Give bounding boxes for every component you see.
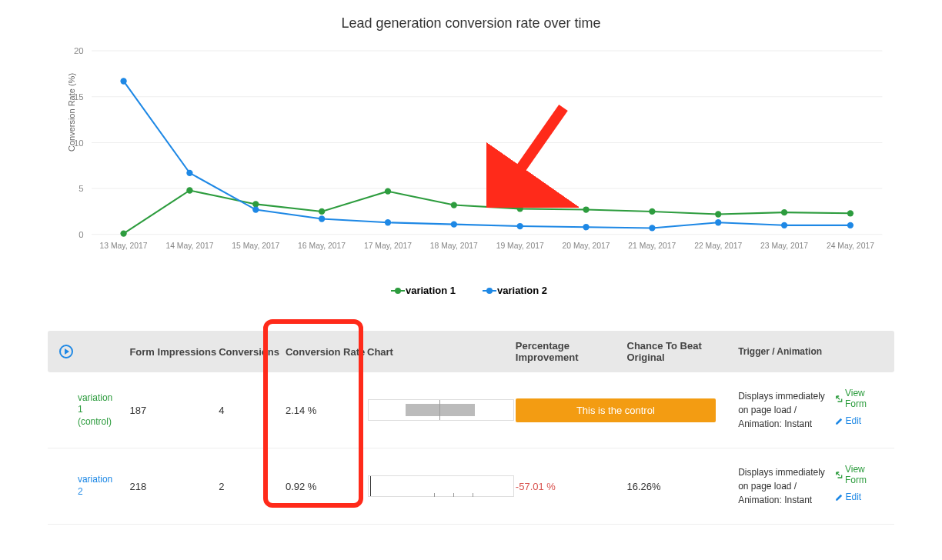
svg-point-37: [319, 215, 325, 222]
legend-label: variation 1: [406, 285, 456, 296]
svg-text:20 May, 2017: 20 May, 2017: [563, 242, 610, 250]
edit-link[interactable]: Edit: [835, 415, 887, 426]
mini-chart-cell: [367, 399, 516, 421]
rate-value: 0.92 %: [286, 481, 367, 492]
chance-header: Chance To Beat Original: [627, 340, 739, 363]
conversions-header: Conversions: [219, 346, 286, 358]
svg-text:18 May, 2017: 18 May, 2017: [430, 242, 478, 250]
chart-legend: variation 1 variation 2: [48, 285, 894, 296]
svg-text:19 May, 2017: 19 May, 2017: [496, 242, 544, 250]
actions-cell: View Form Edit: [835, 464, 887, 508]
svg-point-40: [517, 223, 523, 229]
svg-point-42: [649, 225, 655, 231]
play-column-header: [55, 345, 78, 358]
svg-text:23 May, 2017: 23 May, 2017: [760, 242, 808, 250]
improvement-value: -57.01 %: [516, 481, 627, 492]
impressions-value: 187: [129, 405, 219, 416]
svg-text:13 May, 2017: 13 May, 2017: [100, 242, 148, 250]
svg-point-27: [451, 202, 457, 208]
trigger-value: Displays immediately on page load / Anim…: [738, 465, 834, 507]
svg-point-38: [385, 219, 391, 225]
svg-text:17 May, 2017: 17 May, 2017: [364, 242, 412, 250]
trigger-value: Displays immediately on page load / Anim…: [738, 389, 834, 431]
legend-marker-blue-icon: [486, 288, 493, 294]
svg-point-29: [583, 206, 589, 212]
svg-text:24 May, 2017: 24 May, 2017: [827, 242, 874, 250]
external-link-icon: [835, 395, 843, 403]
view-form-link[interactable]: View Form: [835, 464, 887, 485]
conversions-value: 2: [219, 481, 286, 492]
improvement-header: Percentage Improvement: [516, 340, 627, 363]
svg-point-22: [120, 230, 126, 236]
svg-text:21 May, 2017: 21 May, 2017: [628, 242, 676, 250]
chart-header: Chart: [367, 346, 516, 358]
control-badge: This is the control: [516, 398, 716, 422]
chart-title: Lead generation conversion rate over tim…: [48, 15, 894, 32]
table-row: variation 2 218 2 0.92 % -57.01 % 16.26%…: [48, 448, 894, 525]
mini-chart-icon: [368, 475, 514, 497]
svg-point-23: [186, 187, 192, 193]
svg-point-45: [847, 222, 853, 228]
play-icon[interactable]: [59, 345, 73, 358]
svg-point-35: [186, 170, 192, 176]
svg-text:16 May, 2017: 16 May, 2017: [298, 242, 346, 250]
edit-link[interactable]: Edit: [835, 492, 887, 502]
line-chart: 0510152013 May, 201714 May, 201715 May, …: [48, 39, 894, 270]
svg-point-44: [781, 222, 787, 228]
svg-text:14 May, 2017: 14 May, 2017: [165, 242, 213, 250]
mini-chart-icon: [368, 399, 514, 421]
trigger-header: Trigger / Animation: [738, 345, 834, 358]
chance-value: 16.26%: [627, 481, 739, 492]
view-form-link[interactable]: View Form: [835, 388, 887, 409]
y-axis-label: Conversion Rate (%): [67, 73, 76, 152]
svg-point-43: [715, 219, 721, 225]
svg-point-31: [715, 211, 721, 217]
svg-text:0: 0: [78, 230, 83, 239]
svg-point-39: [451, 221, 457, 227]
svg-point-24: [252, 201, 259, 207]
chart-container: Lead generation conversion rate over tim…: [48, 15, 894, 292]
external-link-icon: [835, 471, 843, 479]
edit-icon: [835, 493, 843, 502]
legend-item-variation-2[interactable]: variation 2: [486, 285, 547, 296]
variation-name[interactable]: variation 1 (control): [78, 392, 130, 428]
impressions-value: 218: [129, 481, 219, 492]
svg-line-47: [509, 108, 563, 185]
svg-point-30: [649, 208, 655, 215]
legend-item-variation-1[interactable]: variation 1: [395, 285, 456, 296]
rate-value: 2.14 %: [286, 405, 367, 416]
svg-text:20: 20: [74, 46, 84, 55]
improvement-cell: This is the control: [516, 398, 738, 422]
rate-header: Conversion Rate: [286, 346, 367, 358]
svg-text:15 May, 2017: 15 May, 2017: [232, 242, 279, 250]
actions-cell: View Form Edit: [835, 388, 887, 432]
svg-point-34: [120, 78, 126, 84]
conversions-value: 4: [219, 405, 286, 416]
arrow-annotation-icon: [486, 100, 579, 208]
svg-point-41: [583, 224, 589, 230]
svg-point-25: [319, 208, 325, 215]
edit-icon: [835, 417, 843, 425]
table-header-row: Form Impressions Conversions Conversion …: [48, 331, 894, 372]
svg-point-26: [385, 188, 391, 195]
impressions-header: Form Impressions: [129, 346, 219, 358]
svg-point-33: [847, 210, 853, 216]
legend-marker-green-icon: [395, 288, 401, 294]
svg-text:22 May, 2017: 22 May, 2017: [694, 242, 742, 250]
table-row: variation 1 (control) 187 4 2.14 % This …: [48, 372, 894, 448]
results-table: Form Impressions Conversions Conversion …: [48, 331, 894, 525]
legend-label: variation 2: [497, 285, 547, 296]
svg-point-36: [252, 206, 259, 212]
svg-point-32: [781, 209, 787, 215]
variation-name[interactable]: variation 2: [78, 474, 130, 498]
svg-text:5: 5: [78, 184, 83, 193]
mini-chart-cell: [367, 475, 516, 497]
